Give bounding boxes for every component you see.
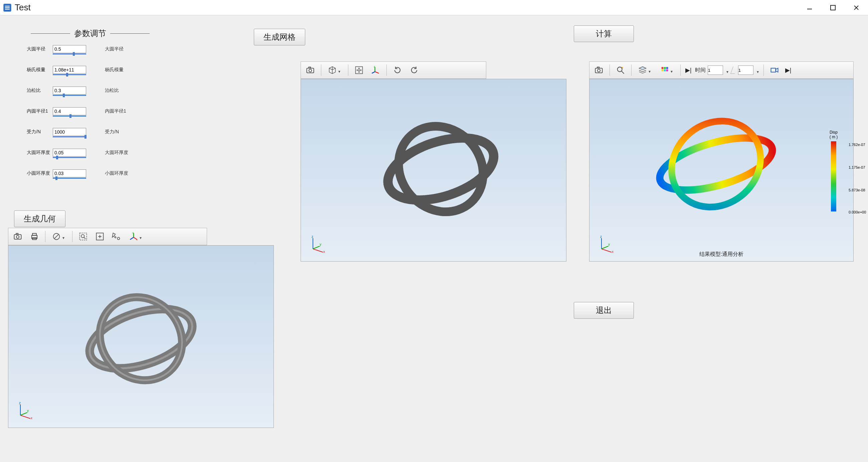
param-slider[interactable] (27, 116, 154, 120)
param-slider[interactable] (27, 136, 154, 140)
legend-colorbar (831, 141, 836, 212)
legend-title-2: ( m ) (818, 135, 849, 139)
axis-orientation-dropdown-icon[interactable]: zx (126, 230, 146, 243)
print-icon[interactable] (27, 230, 42, 243)
svg-rect-42 (771, 68, 775, 72)
param-side-label: 泊松比 (105, 88, 119, 94)
legend-tick: 1.762e-07 (849, 143, 865, 147)
svg-rect-37 (664, 67, 666, 69)
svg-text:x: x (323, 250, 325, 253)
svg-point-64 (654, 103, 778, 224)
legend-tick: 5.873e-08 (849, 188, 865, 192)
mesh-viewport[interactable]: zxy (301, 79, 566, 261)
video-icon[interactable] (767, 63, 782, 77)
pan-icon[interactable] (352, 63, 366, 77)
cube-view-dropdown-icon[interactable] (324, 63, 345, 77)
svg-text:x: x (136, 239, 137, 241)
svg-rect-9 (32, 234, 36, 236)
param-input[interactable] (53, 45, 86, 53)
fit-view-icon[interactable] (93, 230, 107, 243)
rotate-ccw-icon[interactable] (407, 63, 422, 77)
time-label: 时间 (695, 67, 706, 74)
generate-mesh-button[interactable]: 生成网格 (254, 29, 305, 45)
compute-button[interactable]: 计算 (574, 25, 634, 42)
layers-dropdown-icon[interactable] (635, 63, 655, 77)
generate-geometry-button[interactable]: 生成几何 (14, 211, 65, 227)
forbidden-dropdown-icon[interactable] (49, 230, 69, 243)
param-label: 小圆环厚度 (27, 171, 53, 176)
param-slider[interactable] (27, 95, 154, 99)
svg-point-24 (309, 69, 312, 72)
svg-line-61 (313, 246, 320, 249)
svg-point-56 (381, 109, 501, 229)
svg-line-28 (375, 72, 379, 73)
mesh-render (301, 79, 566, 261)
svg-rect-33 (597, 67, 599, 68)
param-side-label: 小圆环厚度 (105, 171, 128, 176)
time-controls: 时间 (695, 65, 760, 75)
svg-rect-39 (661, 69, 663, 71)
param-label: 大圆半径 (27, 46, 53, 52)
results-viewport[interactable]: zxy Disp ( m ) 1.762e-07 1.175e-07 5.873… (589, 79, 854, 261)
svg-line-49 (20, 415, 30, 419)
zoom-region-icon[interactable] (76, 230, 91, 243)
svg-line-35 (621, 71, 624, 73)
svg-text:z: z (312, 235, 313, 239)
exit-button[interactable]: 退出 (574, 302, 634, 319)
geometry-render (8, 246, 274, 428)
mesh-toolbar: z (301, 61, 486, 79)
param-slider[interactable] (27, 157, 154, 161)
probe-icon[interactable] (613, 63, 628, 77)
results-toolbar: ▶| 时间 ▶| (589, 61, 854, 79)
time-dropdown-icon[interactable] (726, 68, 730, 72)
svg-text:y: y (320, 243, 321, 246)
svg-text:z: z (19, 401, 21, 405)
param-slider[interactable] (27, 74, 154, 78)
titlebar: Test (0, 0, 868, 16)
axis-triad-icon: zxy (308, 235, 327, 254)
parameter-panel: 参数调节 大圆半径大圆半径杨氏模量杨氏模量泊松比泊松比内圆半径1内圆半径1受力/… (27, 28, 154, 188)
svg-line-51 (20, 412, 27, 415)
results-render (589, 79, 853, 261)
svg-text:x: x (31, 416, 32, 420)
param-side-label: 大圆半径 (105, 46, 124, 52)
close-button[interactable] (845, 0, 868, 15)
axis-triad-icon[interactable]: z (368, 63, 383, 77)
param-label: 内圆半径1 (27, 108, 53, 114)
param-slider[interactable] (27, 178, 154, 182)
zoom-selection-icon[interactable] (109, 230, 124, 243)
param-slider[interactable] (27, 54, 154, 58)
geometry-viewport[interactable]: zxy (8, 245, 274, 428)
camera-snapshot-icon[interactable] (303, 63, 318, 77)
parameter-header: 参数调节 (27, 28, 154, 39)
svg-text:z: z (600, 235, 602, 239)
time-input-1[interactable] (708, 65, 723, 75)
time2-dropdown-icon[interactable] (757, 68, 760, 72)
svg-text:y: y (608, 243, 610, 246)
param-input[interactable] (53, 170, 86, 177)
svg-rect-38 (666, 67, 668, 69)
param-input[interactable] (53, 128, 86, 136)
rotate-cw-icon[interactable] (390, 63, 405, 77)
param-side-label: 内圆半径1 (105, 108, 126, 114)
camera-snapshot-icon[interactable] (591, 63, 606, 77)
svg-line-59 (313, 249, 323, 252)
parameter-title: 参数调节 (74, 28, 106, 39)
slash-label (731, 66, 737, 74)
minimize-button[interactable] (798, 0, 821, 15)
svg-line-29 (372, 72, 375, 73)
param-label: 大圆环厚度 (27, 150, 53, 156)
param-side-label: 杨氏模量 (105, 67, 124, 73)
param-input[interactable] (53, 87, 86, 95)
step-first-icon[interactable]: ▶| (684, 66, 693, 74)
time-input-2[interactable] (738, 65, 753, 75)
geometry-toolbar: zx (8, 228, 207, 245)
colormap-dropdown-icon[interactable] (657, 63, 677, 77)
maximize-button[interactable] (821, 0, 845, 15)
param-input[interactable] (53, 66, 86, 74)
camera-snapshot-icon[interactable] (10, 230, 25, 243)
svg-line-12 (54, 234, 59, 239)
legend-tick: 1.175e-07 (849, 165, 865, 170)
step-last-icon[interactable]: ▶| (784, 66, 793, 74)
svg-point-6 (17, 236, 19, 238)
